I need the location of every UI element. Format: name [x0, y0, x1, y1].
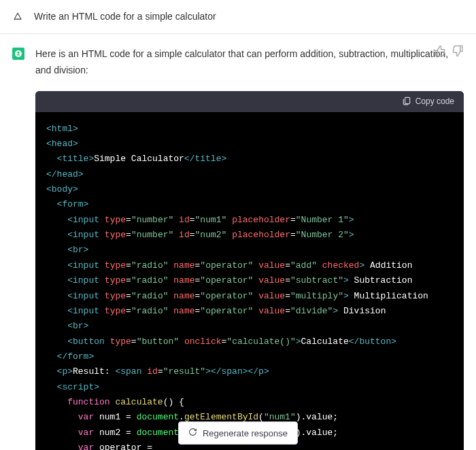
user-prompt-text: Write an HTML code for a simple calculat… — [34, 10, 216, 24]
assistant-message-row: Here is an HTML code for a simple calcul… — [0, 34, 476, 450]
svg-rect-0 — [405, 97, 409, 103]
thumbs-up-button[interactable] — [434, 45, 446, 57]
code-block: Copy code <html> <head> <title>Simple Ca… — [35, 91, 464, 450]
thumbs-down-button[interactable] — [452, 45, 464, 57]
assistant-intro-text: Here is an HTML code for a simple calcul… — [35, 46, 464, 79]
assistant-avatar-icon — [12, 48, 24, 60]
assistant-content: Here is an HTML code for a simple calcul… — [35, 46, 464, 450]
code-content: <html> <head> <title>Simple Calculator</… — [35, 112, 464, 450]
user-avatar-icon — [12, 11, 23, 22]
user-message-row: Write an HTML code for a simple calculat… — [0, 0, 476, 34]
regenerate-label: Regenerate response — [203, 428, 288, 438]
regenerate-button[interactable]: Regenerate response — [178, 421, 298, 445]
copy-code-label: Copy code — [415, 97, 454, 106]
feedback-controls — [434, 45, 464, 57]
refresh-icon — [188, 428, 197, 438]
copy-code-button[interactable]: Copy code — [35, 91, 464, 112]
regenerate-wrapper: Regenerate response — [178, 421, 298, 445]
clipboard-icon — [402, 96, 411, 107]
